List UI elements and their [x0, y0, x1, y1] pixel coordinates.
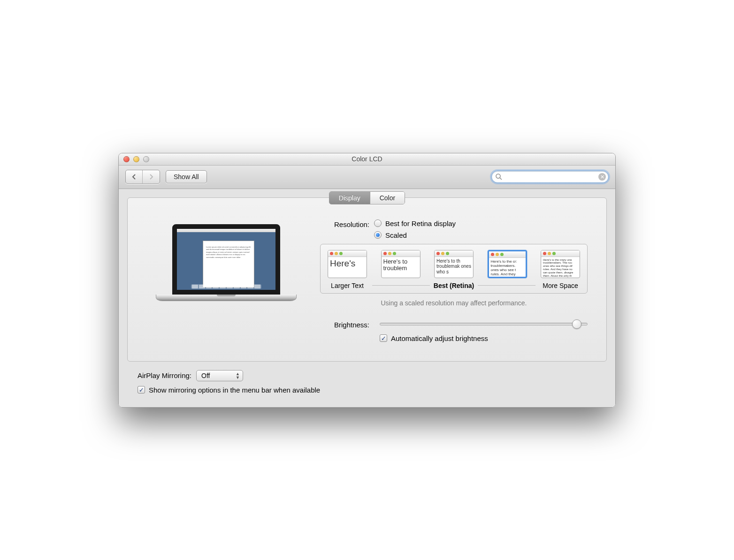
- laptop-icon: Lorem ipsum dolor sit amet consectetur a…: [156, 224, 297, 301]
- tab-color-label: Color: [380, 194, 395, 202]
- forward-button[interactable]: [143, 170, 160, 183]
- thumb-text: Here's to th troublemak ones who s: [435, 257, 473, 276]
- panel-body: Lorem ipsum dolor sit amet consectetur a…: [128, 210, 606, 342]
- scale-mid: Best (Retina): [368, 282, 539, 289]
- window-title: Color LCD: [119, 155, 615, 163]
- scale-option-3[interactable]: Here's to the cr: troublemakers. ones wh…: [486, 250, 528, 278]
- zoom-icon[interactable]: [143, 156, 149, 162]
- show-mirroring-label: Show mirroring options in the menu bar w…: [149, 386, 320, 394]
- scale-mid-label: Best (Retina): [434, 282, 474, 289]
- thumb-text: Here's to troublem: [382, 257, 420, 274]
- toolbar: Show All ✕: [119, 166, 615, 189]
- scale-box: Here'sHere's to troublemHere's to th tro…: [320, 244, 588, 294]
- chevron-left-icon: [132, 174, 137, 180]
- brightness-row: Brightness:: [320, 320, 588, 329]
- thumb-titlebar: [328, 250, 367, 257]
- resolution-radios: Best for Retina display Scaled: [374, 219, 456, 239]
- show-mirroring-row[interactable]: ✓ Show mirroring options in the menu bar…: [138, 386, 596, 394]
- preferences-window: Color LCD Show All ✕ Display: [118, 153, 616, 408]
- thumb-text: Here's: [328, 257, 367, 270]
- traffic-lights: [119, 156, 149, 162]
- search-input[interactable]: [491, 171, 609, 183]
- radio-best[interactable]: Best for Retina display: [374, 219, 456, 227]
- search-icon: [495, 173, 503, 181]
- auto-brightness-row[interactable]: ✓ Automatically adjust brightness: [380, 334, 588, 342]
- scale-options: Here'sHere's to troublemHere's to th tro…: [326, 250, 581, 278]
- brightness-slider[interactable]: [380, 323, 588, 325]
- scale-thumb: Here's: [328, 250, 367, 278]
- scale-thumb: Here's to the cr: troublemakers. ones wh…: [488, 250, 527, 278]
- search-wrap: ✕: [491, 171, 609, 183]
- resolution-label: Resolution:: [320, 219, 374, 228]
- thumb-text: Here's to the cr: troublemakers. ones wh…: [489, 258, 526, 278]
- scale-option-0[interactable]: Here's: [326, 250, 368, 278]
- scale-labels: Larger Text Best (Retina) More Space: [326, 282, 581, 289]
- checkbox-icon: ✓: [138, 386, 145, 394]
- display-panel: Display Color Lorem ipsum dolor sit amet…: [127, 197, 607, 362]
- footer: AirPlay Mirroring: Off ▲▼ ✓ Show mirrori…: [127, 362, 607, 399]
- airplay-value: Off: [201, 372, 210, 379]
- show-all-button[interactable]: Show All: [166, 170, 207, 183]
- radio-icon: [374, 231, 382, 239]
- checkbox-icon: ✓: [380, 334, 387, 342]
- svg-line-1: [500, 178, 502, 180]
- controls: Resolution: Best for Retina display Scal…: [320, 219, 588, 342]
- tabbar: Display Color: [128, 191, 606, 204]
- thumb-text: Here's to the crazy one troublemakers. T…: [541, 257, 580, 278]
- chevron-right-icon: [149, 174, 153, 180]
- nav-segmented: [125, 170, 160, 184]
- thumb-titlebar: [382, 250, 420, 257]
- tab-display-label: Display: [339, 194, 360, 202]
- close-icon[interactable]: [123, 156, 130, 162]
- scale-thumb: Here's to the crazy one troublemakers. T…: [541, 250, 580, 278]
- clear-search-icon[interactable]: ✕: [598, 173, 606, 181]
- content: Display Color Lorem ipsum dolor sit amet…: [119, 189, 615, 407]
- scale-hint: Using a scaled resolution may affect per…: [320, 299, 588, 307]
- tab-display[interactable]: Display: [329, 192, 370, 204]
- scale-thumb: Here's to th troublemak ones who s: [434, 250, 474, 278]
- radio-scaled-label: Scaled: [385, 231, 407, 239]
- tabs: Display Color: [329, 191, 405, 204]
- scale-option-4[interactable]: Here's to the crazy one troublemakers. T…: [539, 250, 581, 278]
- thumb-titlebar: [489, 251, 526, 258]
- radio-best-label: Best for Retina display: [385, 219, 456, 227]
- show-all-label: Show All: [174, 173, 199, 181]
- back-button[interactable]: [126, 170, 143, 183]
- minimize-icon[interactable]: [133, 156, 139, 162]
- airplay-select[interactable]: Off ▲▼: [196, 370, 243, 381]
- svg-point-0: [496, 174, 500, 178]
- brightness-label: Brightness:: [320, 320, 374, 329]
- scale-thumb: Here's to troublem: [381, 250, 421, 278]
- display-preview: Lorem ipsum dolor sit amet consectetur a…: [146, 219, 306, 342]
- thumb-titlebar: [541, 250, 580, 257]
- tab-color[interactable]: Color: [370, 192, 405, 204]
- slider-knob-icon[interactable]: [572, 319, 581, 329]
- scale-option-1[interactable]: Here's to troublem: [380, 250, 422, 278]
- titlebar: Color LCD: [119, 153, 615, 166]
- thumb-titlebar: [435, 250, 473, 257]
- radio-icon: [374, 219, 382, 227]
- auto-brightness-label: Automatically adjust brightness: [391, 334, 488, 342]
- updown-icon: ▲▼: [236, 372, 240, 379]
- airplay-label: AirPlay Mirroring:: [138, 371, 191, 379]
- scale-right-label: More Space: [539, 282, 581, 289]
- radio-scaled[interactable]: Scaled: [374, 231, 456, 239]
- scale-option-2[interactable]: Here's to th troublemak ones who s: [433, 250, 475, 278]
- airplay-row: AirPlay Mirroring: Off ▲▼: [138, 370, 596, 381]
- scale-left-label: Larger Text: [326, 282, 368, 289]
- resolution-row: Resolution: Best for Retina display Scal…: [320, 219, 588, 239]
